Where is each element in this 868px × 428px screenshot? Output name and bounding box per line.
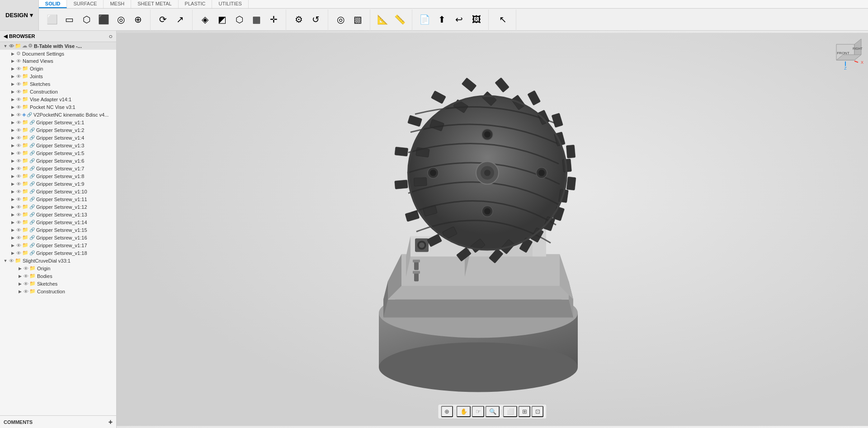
design-menu-button[interactable]: DESIGN ▾: [0, 0, 39, 30]
visibility-icon[interactable]: 👁: [16, 112, 21, 118]
tool-scale[interactable]: ⬡: [231, 9, 248, 29]
visibility-icon[interactable]: 👁: [16, 89, 21, 94]
tool-axis[interactable]: ▧: [350, 9, 366, 29]
visibility-icon[interactable]: 👁: [16, 97, 21, 102]
tree-item-gripper_6[interactable]: ▶ 👁📁🔗 Gripper Setsrew_v1:6: [0, 157, 116, 165]
visibility-icon[interactable]: 👁: [16, 197, 21, 202]
visibility-icon[interactable]: 👁: [16, 66, 21, 71]
tree-expander-gripper_15[interactable]: ▶: [9, 228, 16, 232]
tree-item-slight_dial[interactable]: ▼ 👁📁 SlightCruveDial v33:1: [0, 257, 116, 264]
tool-motion[interactable]: ↺: [308, 9, 324, 29]
tab-solid[interactable]: SOLID: [39, 0, 67, 8]
visibility-icon[interactable]: 👁: [16, 166, 21, 171]
tree-expander-named_views[interactable]: ▶: [9, 59, 16, 63]
tree-expander-gripper_14[interactable]: ▶: [9, 220, 16, 225]
tree-expander-root[interactable]: ▼: [2, 44, 9, 48]
tool-joint[interactable]: ⚙: [291, 9, 307, 29]
tool-loft[interactable]: ◎: [113, 9, 129, 29]
tree-expander-gripper_17[interactable]: ▶: [9, 243, 16, 248]
tool-more[interactable]: ✛: [266, 9, 282, 29]
tree-expander-gripper_12[interactable]: ▶: [9, 205, 16, 209]
tree-item-origin[interactable]: ▶ 👁📁 Origin: [0, 65, 116, 72]
tree-expander-doc_settings[interactable]: ▶: [9, 52, 16, 56]
visibility-icon[interactable]: 👁: [16, 158, 21, 164]
zoom-button[interactable]: 🔍: [486, 406, 500, 417]
grid-button[interactable]: ⊞: [519, 406, 531, 417]
tree-item-gripper_3[interactable]: ▶ 👁📁🔗 Gripper Setsrew_v1:3: [0, 141, 116, 149]
tree-item-gripper_14[interactable]: ▶ 👁📁🔗 Gripper Setsrew_v1:14: [0, 218, 116, 226]
tree-item-named_views[interactable]: ▶ 👁 Named Views: [0, 57, 116, 65]
visibility-icon[interactable]: 👁: [16, 181, 21, 187]
visibility-icon[interactable]: 👁: [16, 243, 21, 248]
visibility-icon[interactable]: 👁: [16, 151, 21, 156]
visibility-icon[interactable]: 👁: [16, 227, 21, 233]
tree-expander-gripper_5[interactable]: ▶: [9, 151, 16, 155]
visibility-icon[interactable]: 👁: [9, 258, 14, 263]
tree-expander-gripper_11[interactable]: ▶: [9, 197, 16, 202]
visibility-icon[interactable]: 👁: [16, 127, 21, 133]
tree-expander-construction[interactable]: ▶: [9, 89, 16, 94]
tree-expander-gripper_10[interactable]: ▶: [9, 189, 16, 194]
tab-utilities[interactable]: UTILITIES: [212, 0, 248, 8]
tool-paste[interactable]: ↩: [451, 9, 467, 29]
visibility-icon[interactable]: 👁: [16, 104, 21, 110]
tree-expander-dial_bodies[interactable]: ▶: [16, 274, 24, 278]
tree-item-dial_sketches[interactable]: ▶ 👁📁 Sketches: [0, 280, 116, 287]
tree-item-gripper_7[interactable]: ▶ 👁📁🔗 Gripper Setsrew_v1:7: [0, 165, 116, 172]
tree-expander-gripper_9[interactable]: ▶: [9, 182, 16, 186]
tool-select[interactable]: ↖: [495, 9, 511, 29]
tree-expander-slight_dial[interactable]: ▼: [2, 259, 9, 263]
visibility-icon[interactable]: 👁: [16, 58, 21, 64]
tool-revolve[interactable]: ⬡: [79, 9, 95, 29]
tree-expander-gripper_18[interactable]: ▶: [9, 251, 16, 255]
visibility-icon[interactable]: 👁: [16, 204, 21, 210]
tree-expander-gripper_8[interactable]: ▶: [9, 174, 16, 179]
visibility-icon[interactable]: 👁: [16, 189, 21, 194]
orbit-button[interactable]: ✋: [457, 406, 471, 417]
tree-expander-gripper_1[interactable]: ▶: [9, 120, 16, 125]
tree-expander-gripper_6[interactable]: ▶: [9, 159, 16, 163]
tool-measure[interactable]: 📐: [375, 9, 391, 29]
tree-item-gripper_2[interactable]: ▶ 👁📁🔗 Gripper Setsrew_v1:2: [0, 126, 116, 134]
tree-expander-v2pocket[interactable]: ▶: [9, 113, 16, 117]
tool-extrude[interactable]: ▭: [61, 9, 78, 29]
tool-more[interactable]: ⊕: [130, 9, 146, 29]
tree-item-gripper_12[interactable]: ▶ 👁📁🔗 Gripper Setsrew_v1:12: [0, 203, 116, 211]
visibility-icon[interactable]: 👁: [16, 74, 21, 79]
tree-expander-dial_sketches[interactable]: ▶: [16, 282, 24, 286]
browser-collapse-icon[interactable]: ◀: [4, 33, 7, 39]
tool-auto[interactable]: ⟳: [155, 9, 171, 29]
tree-item-gripper_16[interactable]: ▶ 👁📁🔗 Gripper Setsrew_v1:16: [0, 234, 116, 241]
tree-item-doc_settings[interactable]: ▶ ⚙ Document Settings: [0, 50, 116, 57]
tab-mesh[interactable]: MESH: [104, 0, 131, 8]
3d-viewport[interactable]: FRONT RIGHT Z X ⊕ | ✋ ☞ 🔍 | ⬜ ⊞ ⊡: [117, 31, 868, 428]
tool-press[interactable]: ◈: [197, 9, 213, 29]
tree-expander-gripper_13[interactable]: ▶: [9, 212, 16, 217]
tree-expander-gripper_4[interactable]: ▶: [9, 136, 16, 140]
tree-item-gripper_18[interactable]: ▶ 👁📁🔗 Gripper Setsrew_v1:18: [0, 249, 116, 257]
tool-canvas[interactable]: 🖼: [468, 9, 485, 29]
visibility-icon[interactable]: 👁: [16, 220, 21, 225]
visibility-icon[interactable]: 👁: [9, 43, 14, 49]
visibility-icon[interactable]: 👁: [16, 250, 21, 256]
tree-expander-vise_adapter[interactable]: ▶: [9, 97, 16, 102]
tree-item-pocket_vise[interactable]: ▶ 👁📁 Pocket NC Vise v3:1: [0, 103, 116, 111]
tree-expander-sketches[interactable]: ▶: [9, 82, 16, 86]
tree-item-dial_construction[interactable]: ▶ 👁📁 Construction: [0, 287, 116, 295]
tree-item-joints[interactable]: ▶ 👁📁 Joints: [0, 72, 116, 80]
tree-item-gripper_17[interactable]: ▶ 👁📁🔗 Gripper Setsrew_v1:17: [0, 241, 116, 249]
tool-more[interactable]: ↗: [172, 9, 189, 29]
tree-expander-joints[interactable]: ▶: [9, 74, 16, 79]
tool-sketch[interactable]: ⬜: [44, 9, 61, 29]
display-mode-button[interactable]: ⬜: [503, 406, 518, 417]
tool-section[interactable]: 📏: [392, 9, 408, 29]
visibility-icon[interactable]: 👁: [16, 81, 21, 87]
tree-expander-gripper_7[interactable]: ▶: [9, 166, 16, 171]
tool-combine[interactable]: ▦: [249, 9, 265, 29]
visibility-icon[interactable]: 👁: [24, 289, 28, 294]
visibility-icon[interactable]: 👁: [24, 281, 28, 287]
visibility-icon[interactable]: 👁: [24, 273, 28, 279]
tree-item-construction[interactable]: ▶ 👁📁 Construction: [0, 88, 116, 95]
tree-item-gripper_9[interactable]: ▶ 👁📁🔗 Gripper Setsrew_v1:9: [0, 180, 116, 188]
tree-item-gripper_8[interactable]: ▶ 👁📁🔗 Gripper Setsrew_v1:8: [0, 172, 116, 180]
